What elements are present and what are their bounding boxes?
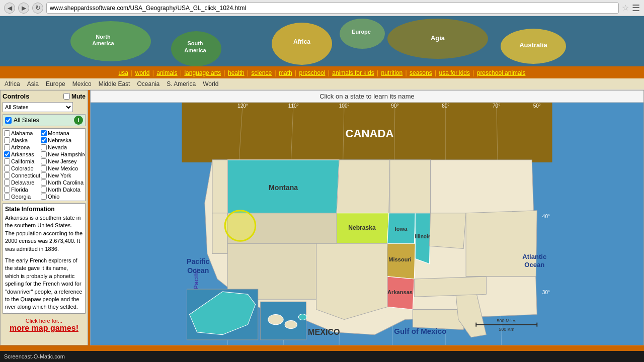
nav-animals[interactable]: animals <box>156 69 177 76</box>
cb-alaska[interactable] <box>4 137 10 143</box>
ocean-label: Ocean <box>187 266 209 275</box>
nav-health[interactable]: health <box>228 69 245 76</box>
svg-text:90°: 90° <box>391 103 398 109</box>
svg-text:70°: 70° <box>493 103 500 109</box>
state-montana[interactable]: Montana <box>41 130 86 136</box>
svg-text:Europe: Europe <box>352 29 371 35</box>
tab-europe[interactable]: Europe <box>44 80 67 88</box>
region-tabs: Africa Asia Europe Mexico Middle East Oc… <box>0 78 644 90</box>
mute-label: Mute <box>71 93 86 100</box>
back-button[interactable]: ◀ <box>4 3 15 14</box>
missouri-label: Missouri <box>388 256 412 262</box>
more-games-link[interactable]: more map games! <box>3 324 86 333</box>
cb-arkansas[interactable] <box>4 151 10 157</box>
cb-north-dakota[interactable] <box>41 187 47 193</box>
svg-text:Africa: Africa <box>293 38 310 45</box>
cb-north-carolina[interactable] <box>41 179 47 186</box>
usa-map-svg[interactable]: CANADA 120° 110° 100° 90° 80° 70° 50° 40… <box>91 102 643 345</box>
state-florida[interactable]: Florida <box>4 186 40 193</box>
all-states-checkbox[interactable] <box>5 117 12 124</box>
state-georgia[interactable]: Georgia <box>4 193 40 200</box>
mute-checkbox[interactable] <box>63 93 70 100</box>
state-alaska[interactable]: Alaska <box>4 137 40 143</box>
world-map-svg: North America South America Africa Europ… <box>0 16 644 66</box>
states-list: Alabama Montana Alaska Nebraska Arizona … <box>3 128 86 201</box>
svg-text:100°: 100° <box>339 103 350 109</box>
tab-africa[interactable]: Africa <box>3 80 22 88</box>
nav-language[interactable]: language arts <box>184 69 221 76</box>
nav-usa[interactable]: usa <box>119 69 128 76</box>
cb-georgia[interactable] <box>4 194 10 200</box>
state-dropdown[interactable]: All States Northeast Southeast Midwest S… <box>3 102 73 112</box>
cb-new-york[interactable] <box>41 172 47 178</box>
state-california[interactable]: California <box>4 158 40 164</box>
map-area[interactable]: Click on a state to learn its name CANAD… <box>90 90 644 345</box>
cb-nebraska[interactable] <box>41 137 47 143</box>
state-delaware[interactable]: Delaware <box>4 179 40 186</box>
cb-colorado[interactable] <box>4 165 10 171</box>
state-colorado[interactable]: Colorado <box>4 165 40 171</box>
tab-middle-east[interactable]: Middle East <box>97 80 132 88</box>
watermark-text: Screencast-O-Matic.com <box>4 353 65 359</box>
bookmark-icon[interactable]: ☆ <box>622 3 629 13</box>
cb-ohio[interactable] <box>41 194 47 200</box>
nav-preschool[interactable]: preschool <box>299 69 325 76</box>
more-games-section: Click here for... more map games! <box>3 318 86 333</box>
nav-world[interactable]: world <box>135 69 150 76</box>
nav-math[interactable]: math <box>279 69 292 76</box>
forward-button[interactable]: ▶ <box>18 3 29 14</box>
svg-point-36 <box>298 314 306 320</box>
svg-text:Agia: Agia <box>431 34 445 42</box>
state-arkansas[interactable]: Arkansas <box>4 151 40 157</box>
state-new-jersey[interactable]: New Jersey <box>41 158 86 164</box>
cb-connecticut[interactable] <box>4 172 10 178</box>
state-alabama[interactable]: Alabama <box>4 130 40 136</box>
all-states-row: All States i <box>3 114 86 126</box>
nav-animals-kids[interactable]: animals for kids <box>332 69 374 76</box>
state-info-text2: The early French explorers of the state … <box>5 257 83 314</box>
state-nebraska[interactable]: Nebraska <box>41 137 86 143</box>
state-connecticut[interactable]: Connecticut <box>4 172 40 178</box>
tab-mexico[interactable]: Mexico <box>71 80 93 88</box>
cb-montana[interactable] <box>41 130 47 136</box>
tab-s-america[interactable]: S. America <box>165 80 197 88</box>
cb-new-jersey[interactable] <box>41 158 47 164</box>
cb-delaware[interactable] <box>4 179 10 186</box>
address-bar[interactable] <box>46 3 619 14</box>
refresh-button[interactable]: ↻ <box>32 3 43 14</box>
scale-miles: 500 Miles <box>497 318 516 323</box>
state-north-carolina[interactable]: North Carolina <box>41 179 86 186</box>
cb-new-mexico[interactable] <box>41 165 47 171</box>
nav-preschool-animals[interactable]: preschool animals <box>477 69 526 76</box>
map-instruction: Click on a state to learn its name <box>91 90 643 103</box>
nav-usa-kids[interactable]: usa for kids <box>439 69 470 76</box>
info-button[interactable]: i <box>74 116 83 125</box>
state-new-hampshire[interactable]: New Hampshire <box>41 151 86 157</box>
illinois-label: Illinois <box>415 234 431 239</box>
svg-point-40 <box>225 211 256 241</box>
cb-alabama[interactable] <box>4 130 10 136</box>
cb-nevada[interactable] <box>41 144 47 150</box>
state-info-title: State Information <box>5 206 83 213</box>
nav-science[interactable]: science <box>251 69 272 76</box>
state-new-mexico[interactable]: New Mexico <box>41 165 86 171</box>
tab-oceania[interactable]: Oceania <box>135 80 161 88</box>
cb-arizona[interactable] <box>4 144 10 150</box>
state-new-york[interactable]: New York <box>41 172 86 178</box>
state-arizona[interactable]: Arizona <box>4 144 40 150</box>
state-nevada[interactable]: Nevada <box>41 144 86 150</box>
state-north-dakota[interactable]: North Dakota <box>41 186 86 193</box>
menu-icon[interactable]: ☰ <box>632 3 640 14</box>
cb-new-hampshire[interactable] <box>41 151 47 157</box>
nav-seasons[interactable]: seasons <box>410 69 432 76</box>
state-ohio[interactable]: Ohio <box>41 193 86 200</box>
tab-world[interactable]: World <box>201 80 220 88</box>
nav-nutrition[interactable]: nutrition <box>381 69 403 76</box>
tab-asia[interactable]: Asia <box>26 80 40 88</box>
cb-florida[interactable] <box>4 187 10 193</box>
nav-links: usa | world | animals | language arts | … <box>0 67 644 78</box>
svg-text:40°: 40° <box>542 214 550 219</box>
svg-text:South: South <box>187 40 203 46</box>
mute-control[interactable]: Mute <box>63 93 86 100</box>
cb-california[interactable] <box>4 158 10 164</box>
